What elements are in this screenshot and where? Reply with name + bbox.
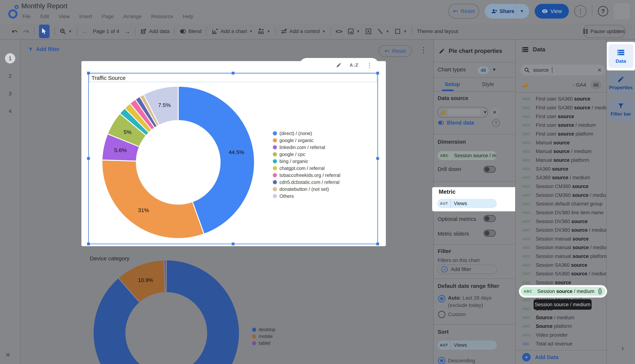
field-row[interactable]: ABCSession source [516, 278, 607, 287]
field-row[interactable]: ABCSession SA360 source [516, 261, 607, 270]
collapse-panel-icon[interactable]: › [621, 344, 624, 352]
edit-pencil-icon[interactable] [336, 62, 342, 68]
report-canvas[interactable]: Add filter Reset ⋮ A↓Z ⋮ Traffic Source … [21, 40, 433, 364]
insert-line-button[interactable]: ▼ [377, 28, 389, 35]
add-data-button[interactable]: + Add Data [522, 353, 558, 362]
prev-page-button[interactable]: ← [82, 28, 88, 35]
blend-help-icon[interactable]: ? [492, 119, 500, 127]
field-row[interactable]: ABCSession SA360 source / medium [516, 270, 607, 278]
field-row[interactable]: ABCSession CM360 source [516, 182, 607, 191]
field-row[interactable]: ABCSession default channel group [516, 200, 607, 208]
avatar[interactable] [614, 3, 630, 19]
menu-help[interactable]: Help [183, 14, 193, 20]
descending-radio[interactable] [438, 357, 445, 364]
clear-search-icon[interactable]: ✕ [597, 67, 601, 73]
embed-url-button[interactable]: <> [335, 28, 342, 35]
sort-az-icon[interactable]: A↓Z [350, 62, 358, 68]
reset-button[interactable]: Reset [448, 4, 479, 18]
add-data-button[interactable]: Add data [140, 28, 170, 35]
more-options-button[interactable]: ⋮ [574, 5, 586, 17]
chart-selection-border[interactable] [88, 73, 378, 244]
insert-text-button[interactable]: A [365, 28, 372, 35]
report-title[interactable]: Monthly Report [21, 2, 67, 10]
add-filter-button[interactable]: + Add filter [437, 264, 497, 274]
dimension-chip[interactable]: ABC Session source / medium [437, 151, 497, 160]
blend-data-link[interactable]: Blend data [438, 120, 474, 126]
field-row[interactable]: ABCSource / medium [516, 313, 607, 322]
redo-button[interactable] [23, 28, 29, 34]
optional-metrics-toggle[interactable] [484, 215, 496, 222]
page-item-4[interactable]: 4 [5, 106, 15, 116]
menu-resource[interactable]: Resource [151, 14, 173, 20]
menu-view[interactable]: View [59, 14, 70, 20]
next-page-button[interactable]: → [124, 28, 130, 35]
custom-date-radio[interactable] [438, 311, 445, 318]
page-item-2[interactable]: 2 [5, 71, 15, 81]
insert-image-button[interactable]: ▼ [347, 28, 360, 35]
field-row[interactable]: ABCSession DV360 source / medium [516, 226, 607, 235]
canvas-add-filter-button[interactable]: Add filter [28, 46, 59, 52]
menu-edit[interactable]: Edit [40, 14, 49, 20]
canvas-reset-button[interactable]: Reset [378, 45, 412, 57]
field-search-box[interactable]: source ✕ [520, 64, 605, 76]
canvas-more-icon[interactable]: ⋮ [420, 46, 427, 54]
remove-data-source-button[interactable]: ✕ [490, 108, 499, 117]
field-row[interactable]: ABCSA360 source / medium [516, 174, 607, 182]
field-row[interactable]: ABCSession manual source platform [516, 252, 607, 261]
chart-types-label[interactable]: Chart types [438, 66, 466, 73]
field-row[interactable]: ABCSession CM360 source / medium [516, 191, 607, 200]
insert-shape-button[interactable]: ▼ [394, 28, 407, 35]
field-row[interactable]: ABCSession manual source [516, 235, 607, 244]
field-row[interactable]: ABCSession manual source / medium [516, 243, 607, 252]
pause-updates-button[interactable]: Pause updates [583, 25, 625, 38]
field-row[interactable]: ABCFirst user SA360 source [516, 95, 607, 104]
metric-sliders-toggle[interactable] [484, 230, 496, 237]
view-button[interactable]: View [535, 4, 569, 18]
chart-more-icon[interactable]: ⋮ [366, 62, 373, 69]
add-control-button[interactable]: Add a control ▼ [280, 28, 326, 35]
share-dropdown-caret[interactable]: ▼ [517, 9, 527, 14]
field-row[interactable]: ABCFirst user SA360 source / medium [516, 104, 607, 112]
page-indicator[interactable]: Page 1 of 4 [93, 28, 119, 34]
field-row[interactable]: ABCVideo provider [516, 331, 607, 340]
zoom-tool[interactable]: ▼ [60, 28, 72, 35]
menu-arrange[interactable]: Arrange [123, 14, 142, 20]
field-row[interactable]: 123Total ad revenue [516, 340, 607, 348]
field-row[interactable]: ABCSession DV360 source [516, 217, 607, 226]
data-source-caret[interactable]: ▼ [483, 110, 487, 115]
sort-chip[interactable]: AUT Views [437, 340, 497, 350]
field-row[interactable]: ABCFirst user source [516, 112, 607, 121]
undo-button[interactable] [12, 28, 18, 34]
chart-types-caret[interactable]: ▼ [492, 67, 496, 72]
community-viz-button[interactable]: ▼ [258, 28, 271, 35]
field-row[interactable]: ABCManual source [516, 138, 607, 147]
data-source-row[interactable]: - GA4 46 [522, 81, 601, 89]
help-button[interactable]: ? [598, 6, 608, 16]
metric-chip[interactable]: AUT Views [437, 199, 497, 208]
field-row[interactable]: ABCManual source platform [516, 156, 607, 165]
tab-style[interactable]: Style [482, 81, 494, 87]
search-input-value[interactable]: source [533, 67, 549, 73]
menu-insert[interactable]: Insert [79, 14, 92, 20]
field-row[interactable]: ABCSession DV360 line item name [516, 208, 607, 217]
field-row[interactable]: ABCManual source / medium [516, 147, 607, 156]
field-row[interactable]: ABCFirst user source platform [516, 130, 607, 138]
field-row[interactable]: ABCSource platform [516, 322, 607, 331]
data-source-chip[interactable]: ▼ [437, 107, 488, 118]
add-chart-button[interactable]: Add a chart ▼ [211, 28, 253, 35]
field-row[interactable]: ABCFirst user source / medium [516, 121, 607, 130]
blend-button[interactable]: Blend [179, 28, 201, 35]
tab-filter-bar[interactable]: Filter bar [608, 98, 633, 121]
theme-layout-button[interactable]: Theme and layout [417, 28, 458, 34]
auto-date-radio[interactable] [438, 295, 445, 302]
share-button[interactable]: Share ▼ [485, 4, 529, 18]
page-item-3[interactable]: 3 [5, 88, 15, 99]
tab-setup[interactable]: Setup [445, 81, 460, 87]
select-tool-button[interactable] [39, 24, 50, 38]
menu-page[interactable]: Page [102, 14, 114, 20]
expand-pages-icon[interactable]: » [6, 350, 10, 359]
info-icon[interactable]: i [598, 288, 601, 294]
page-item-1[interactable]: 1 [5, 53, 15, 64]
menu-file[interactable]: File [23, 14, 31, 20]
tab-data[interactable]: Data [608, 44, 633, 68]
